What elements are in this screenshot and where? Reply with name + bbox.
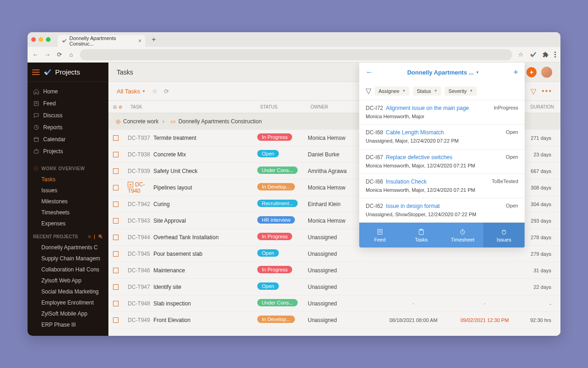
sidebar-item-milestones[interactable]: Milestones — [28, 196, 108, 207]
search-icon[interactable]: 🔍︎ — [98, 234, 103, 239]
extension-icon[interactable] — [529, 51, 537, 59]
task-checkbox[interactable] — [113, 201, 119, 207]
col-actions-icons: ⊞ ⊘ — [113, 104, 127, 109]
sidebar-item-projects[interactable]: Projects — [28, 145, 108, 157]
extensions-puzzle-icon[interactable] — [542, 51, 550, 59]
task-id: DC-T938 — [128, 151, 153, 158]
task-checkbox[interactable] — [113, 135, 119, 141]
popup-filter-bar: ▽ Assignee▼Status▼Severity▼ — [359, 82, 525, 100]
task-id: DC-T947 — [128, 284, 153, 290]
popup-add-button[interactable]: + — [513, 68, 518, 77]
sidebar-item-home[interactable]: Home — [28, 86, 108, 98]
sidebar-item-discuss[interactable]: Discuss — [28, 109, 108, 121]
sidebar-item-tasks[interactable]: Tasks — [28, 174, 108, 185]
issue-row[interactable]: DC-I62 Issue in design format Unassigned… — [359, 198, 525, 223]
task-row[interactable]: DC-T947 Identify site Open Unassigned 22… — [108, 279, 560, 295]
issue-row[interactable]: DC-I67 Replace defective switches Monica… — [359, 150, 525, 174]
favorite-icon[interactable]: ☆ — [152, 88, 158, 95]
sidebar-recent-project[interactable]: Collaboration Hall Cons — [28, 264, 108, 275]
sidebar-item-feed[interactable]: Feed — [28, 98, 108, 109]
task-checkbox[interactable] — [113, 185, 119, 190]
task-checkbox[interactable] — [113, 317, 119, 323]
minimize-window-icon[interactable] — [39, 37, 43, 42]
sidebar-recent-project[interactable]: Social Media Marketing — [28, 286, 108, 297]
task-row[interactable]: DC-T946 Maintenance In Progress Unassign… — [108, 262, 560, 279]
issue-meta: Unassigned, Major, 12/24/2020 07:22 PM — [366, 138, 501, 144]
sidebar-recent-project[interactable]: Zylsoft Web App — [28, 275, 108, 286]
task-row[interactable]: DC-T949 Front Elevation In Develop... Un… — [108, 312, 560, 328]
url-input[interactable] — [80, 49, 512, 60]
task-duration: 31 days — [519, 268, 551, 273]
col-task-label: TASK — [127, 104, 260, 109]
task-checkbox[interactable] — [113, 218, 119, 224]
sidebar-recent-project[interactable]: ERP Phase III — [28, 319, 108, 330]
status-badge: In Develop... — [257, 183, 295, 190]
task-id: DC-T937 — [128, 135, 153, 141]
issue-row[interactable]: DC-I66 Insulation Check Monica Hemsworth… — [359, 174, 525, 198]
address-right-icons: ☆ — [518, 51, 556, 59]
task-checkbox[interactable] — [113, 168, 119, 174]
filter-funnel-icon[interactable]: ▽ — [531, 87, 536, 96]
sidebar-item-expenses[interactable]: Expenses — [28, 218, 108, 229]
breadcrumb-parent[interactable]: Concrete work — [123, 118, 158, 125]
status-badge: Under Cons... — [257, 299, 298, 306]
sidebar-recent-project[interactable]: Donnelly Apartments C — [28, 242, 108, 253]
sidebar-item-reports[interactable]: Reports — [28, 121, 108, 133]
work-overview-header[interactable]: WORK OVERVIEW — [28, 161, 108, 174]
reload-button[interactable]: ⟳ — [56, 52, 62, 58]
browser-menu-icon[interactable] — [554, 52, 556, 58]
issue-row[interactable]: DC-I68 Cable Length Mismatch Unassigned,… — [359, 125, 525, 149]
issue-meta: Monica Hemsworth, Major, 12/24/2020 07:2… — [366, 187, 487, 193]
sort-icon[interactable]: ⊘ — [119, 104, 122, 109]
filter-status[interactable]: Status▼ — [413, 86, 441, 96]
task-row[interactable]: DC-T948 Slab inspection Under Cons... Un… — [108, 295, 560, 312]
task-checkbox[interactable] — [113, 251, 119, 257]
issue-row[interactable]: DC-I72 Alignment issue on the main page … — [359, 100, 525, 125]
task-checkbox[interactable] — [113, 284, 119, 290]
popup-back-button[interactable]: ← — [366, 68, 373, 76]
popup-tab-issues[interactable]: Issues — [483, 223, 525, 247]
browser-tab[interactable]: Donnelly Apartments Construc... × — [58, 35, 145, 47]
list-view-icon[interactable]: ⊞ — [113, 104, 117, 109]
filter-funnel-icon[interactable]: ▽ — [366, 86, 371, 95]
svg-point-14 — [502, 230, 506, 234]
tab-favicon-icon — [62, 38, 67, 44]
task-owner: Unassigned — [308, 284, 377, 290]
filter-icon[interactable]: ≡ — [88, 234, 91, 239]
task-checkbox[interactable] — [113, 301, 119, 306]
breadcrumb-current: Donnelly Apartments Construction — [178, 118, 261, 125]
task-checkbox[interactable] — [113, 152, 119, 157]
user-avatar[interactable] — [541, 67, 552, 78]
close-window-icon[interactable] — [31, 37, 36, 42]
popup-tab-timesheet[interactable]: Timesheet — [442, 223, 483, 247]
filter-severity[interactable]: Severity▼ — [445, 86, 477, 96]
popup-title[interactable]: Donnelly Apartments ... ▼ — [407, 69, 479, 76]
forward-button[interactable]: → — [44, 52, 51, 58]
filter-assignee[interactable]: Assignee▼ — [375, 86, 409, 96]
maximize-window-icon[interactable] — [46, 37, 51, 42]
task-checkbox[interactable] — [113, 235, 119, 240]
refresh-icon[interactable]: ⟳ — [164, 88, 169, 95]
task-row[interactable]: DC-T945 Pour basement slab Open Unassign… — [108, 246, 560, 262]
tab-close-icon[interactable]: × — [138, 38, 141, 44]
bookmark-star-icon[interactable]: ☆ — [518, 52, 524, 58]
add-button[interactable]: + — [526, 67, 537, 77]
sidebar-item-timesheets[interactable]: Timesheets — [28, 207, 108, 218]
home-button[interactable]: ⌂ — [68, 52, 74, 58]
popup-tab-feed[interactable]: Feed — [359, 223, 401, 247]
view-selector[interactable]: All Tasks ▼ — [117, 88, 146, 95]
more-menu-icon[interactable]: ••• — [542, 87, 552, 95]
popup-tab-tasks[interactable]: Tasks — [401, 223, 442, 247]
sidebar-recent-project[interactable]: Supply Chain Managem — [28, 253, 108, 264]
sidebar-item-issues[interactable]: Issues — [28, 185, 108, 196]
back-button[interactable]: ← — [32, 52, 39, 58]
menu-toggle-icon[interactable] — [32, 69, 40, 75]
task-id: DC-T943 — [128, 218, 153, 224]
sidebar-recent-project[interactable]: Employee Enrollment — [28, 297, 108, 308]
task-checkbox[interactable] — [113, 268, 119, 273]
app-root: Projects HomeFeedDiscussReportsCalendarP… — [28, 63, 560, 336]
recent-header-icons: ≡ | 🔍︎ — [88, 234, 103, 239]
sidebar-recent-project[interactable]: ZylSoft Mobile App — [28, 308, 108, 319]
sidebar-item-calendar[interactable]: Calendar — [28, 133, 108, 145]
new-tab-button[interactable]: + — [152, 35, 156, 44]
